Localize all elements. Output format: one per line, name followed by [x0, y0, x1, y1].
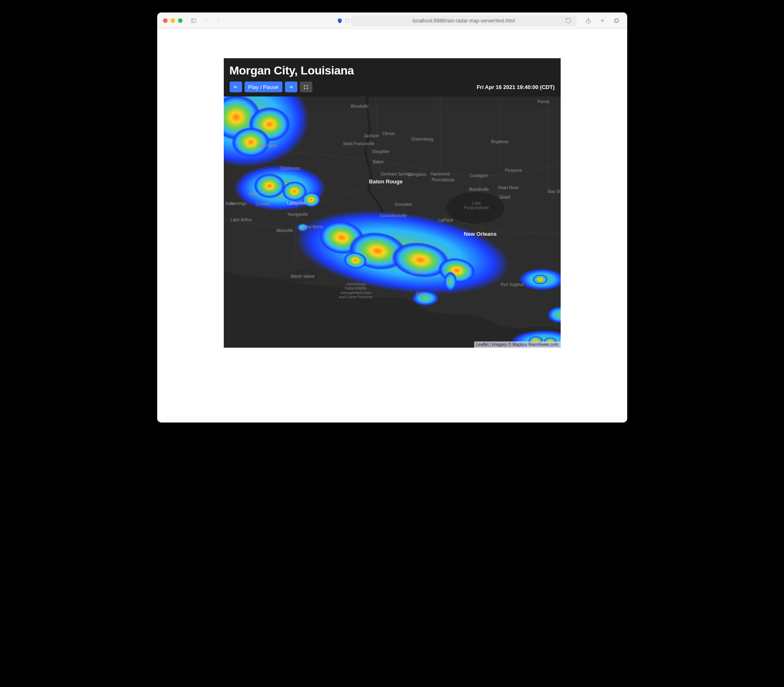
- frame-timestamp: Fri Apr 16 2021 19:40:00 (CDT): [477, 84, 554, 90]
- privacy-report-icon: [344, 18, 350, 24]
- new-tab-icon[interactable]: [598, 16, 607, 25]
- next-frame-button[interactable]: [285, 82, 297, 92]
- attribution-rainviewer[interactable]: RainViewer.com: [527, 342, 559, 347]
- window-controls: [163, 18, 183, 23]
- close-window-icon[interactable]: [163, 18, 168, 23]
- nav-back-icon[interactable]: [202, 16, 211, 25]
- attribution-mapbox[interactable]: Mapbox: [512, 342, 527, 347]
- nav-forward-icon[interactable]: [214, 16, 223, 25]
- svg-rect-0: [191, 19, 196, 22]
- svg-rect-6: [615, 19, 618, 22]
- svg-rect-5: [615, 19, 618, 22]
- geography: [224, 96, 561, 348]
- share-icon[interactable]: [584, 16, 593, 25]
- radar-controls: Play / Pause Fri Apr 16 2021 19:40:00 (C…: [224, 80, 561, 96]
- tabs-overview-icon[interactable]: [612, 16, 621, 25]
- radar-app: Morgan City, Louisiana Play / Pause Fri …: [224, 58, 561, 348]
- fullscreen-button[interactable]: [300, 82, 312, 92]
- minimize-window-icon[interactable]: [171, 18, 175, 23]
- url-text: localhost:8888/rain-radar-map-server/tes…: [413, 18, 515, 24]
- play-pause-button[interactable]: Play / Pause: [245, 82, 282, 92]
- zoom-window-icon[interactable]: [178, 18, 183, 23]
- url-bar[interactable]: localhost:8888/rain-radar-map-server/tes…: [351, 15, 576, 26]
- svg-point-7: [446, 192, 505, 224]
- attribution-leaflet[interactable]: Leaflet: [476, 342, 489, 347]
- browser-toolbar: localhost:8888/rain-radar-map-server/tes…: [157, 12, 627, 29]
- page-title: Morgan City, Louisiana: [230, 64, 555, 77]
- reload-icon[interactable]: [564, 16, 573, 25]
- page-body: Morgan City, Louisiana Play / Pause Fri …: [157, 29, 627, 423]
- radar-header: Morgan City, Louisiana: [224, 58, 561, 80]
- map[interactable]: Baton RougeNew Orleans Lafayette IowaLak…: [224, 96, 561, 348]
- toolbar-right: [584, 16, 621, 25]
- map-attribution: Leaflet | Imagery © Mapbox RainViewer.co…: [474, 341, 561, 348]
- shield-icon: [336, 17, 343, 24]
- browser-window: localhost:8888/rain-radar-map-server/tes…: [157, 12, 627, 423]
- svg-point-8: [288, 271, 318, 281]
- sidebar-toggle-icon[interactable]: [189, 16, 198, 25]
- prev-frame-button[interactable]: [230, 82, 242, 92]
